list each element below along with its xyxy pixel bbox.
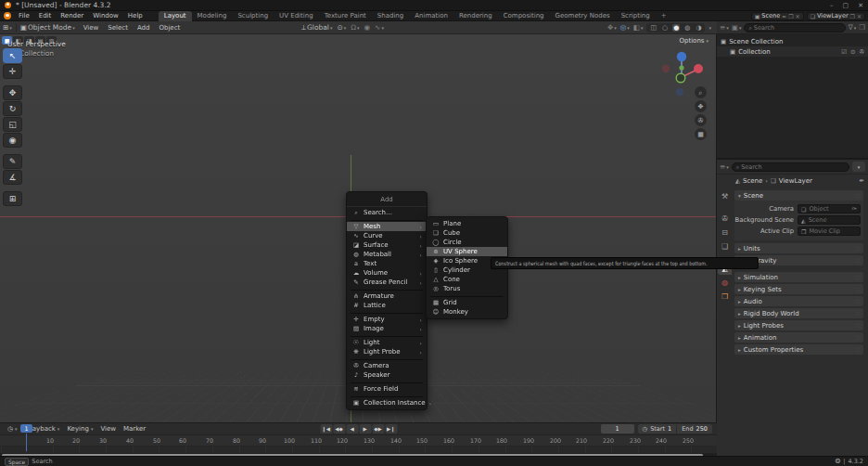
properties-search[interactable]: ⌕ (732, 162, 849, 172)
window-control-button[interactable]: – (830, 2, 834, 9)
workspace-tab[interactable]: UV Editing (274, 11, 319, 21)
add-menu-item[interactable]: › (351, 357, 423, 360)
add-menu-item[interactable]: ◍ Metaball › (347, 250, 427, 259)
falloff-dropdown[interactable]: ∿▾ (375, 23, 384, 32)
add-menu-item[interactable]: a Text › (347, 259, 427, 268)
shading-mode-button[interactable]: ◍ (683, 24, 691, 32)
breadcrumb-scene[interactable]: Scene (743, 177, 762, 185)
properties-search-input[interactable] (741, 163, 845, 171)
tool-button[interactable]: ∡ (3, 170, 22, 185)
outliner-search[interactable]: ⌕ (744, 23, 845, 32)
mesh-submenu-item[interactable]: ❑ Cube (427, 228, 507, 238)
transport-button[interactable]: ◀◆ (333, 424, 345, 434)
properties-tab[interactable]: ❒ (718, 291, 732, 303)
properties-tab[interactable]: ⚒ (718, 190, 732, 202)
transport-button[interactable]: ▶ (359, 424, 371, 434)
property-section-header[interactable]: Custom Properties ∷ (734, 344, 863, 355)
mode-dropdown[interactable]: ▣ Object Mode▾ (20, 23, 75, 32)
property-section-header[interactable]: Keying Sets ∷ (734, 284, 863, 294)
outliner-display-dropdown[interactable]: ▣▾ (732, 23, 742, 32)
add-menu-item[interactable]: ✎ Grease Pencil › (347, 278, 427, 287)
tool-button[interactable]: ◱ (3, 117, 22, 132)
workspace-tab[interactable]: Scripting (616, 11, 656, 21)
add-menu-item[interactable]: › (351, 288, 423, 291)
property-field[interactable]: ❐ Movie Clip (798, 227, 861, 236)
new-scene-icon[interactable]: ❐ (788, 13, 793, 19)
mesh-submenu-item[interactable]: △ Cone (427, 275, 507, 284)
property-field[interactable]: ❑ Object ✑ (798, 204, 861, 214)
window-control-button[interactable]: ▢ (843, 2, 849, 9)
mesh-submenu-item[interactable] (430, 294, 504, 297)
delete-viewlayer-icon[interactable]: ✕ (857, 13, 862, 19)
new-collection-button[interactable]: ❐ (859, 23, 865, 32)
property-section-header[interactable]: Animation ∷ (734, 332, 863, 343)
property-section-header[interactable]: Rigid Body World ∷ (734, 308, 863, 318)
mesh-submenu-item[interactable]: ☺ Monkey (427, 307, 507, 317)
add-menu-item[interactable]: ✇ Camera › (347, 361, 427, 370)
frame-start-field[interactable]: ◷ Start 1 (638, 424, 677, 434)
viewlayer-selector[interactable]: ❏ ViewLayer ❐ ✕ (807, 12, 865, 20)
transport-button[interactable]: ◀ (346, 424, 358, 434)
add-menu-item[interactable]: ☁ Volume › (347, 268, 427, 278)
timeline-editor-type-button[interactable]: ◷▾ (4, 424, 21, 434)
scene-selector[interactable]: ▣ Scene ✒ ❐ ✕ (751, 12, 804, 20)
shading-mode-button[interactable]: ● (672, 24, 680, 32)
pin-icon[interactable]: ✒ (782, 13, 786, 19)
delete-scene-icon[interactable]: ✕ (796, 13, 800, 19)
tool-button[interactable]: ↖ (3, 48, 22, 63)
eyedropper-icon[interactable]: ✑ (852, 205, 857, 213)
viewport-menu-item[interactable]: View (79, 23, 104, 32)
property-section-header[interactable]: Simulation ∷ (734, 272, 863, 282)
add-menu-item[interactable]: › (351, 311, 423, 314)
property-section-header[interactable]: Audio ∷ (734, 296, 863, 306)
app-menu-item[interactable]: Edit (34, 11, 57, 20)
add-menu-item[interactable]: ♪ Speaker › (347, 370, 427, 380)
tool-button[interactable]: ✛ (3, 64, 22, 79)
pan-hand-icon[interactable]: ✥ (695, 100, 707, 112)
tool-button[interactable]: ◉ (3, 133, 22, 148)
add-menu-item[interactable]: ✛ Empty › (347, 315, 427, 324)
app-menu-item[interactable]: Render (56, 11, 88, 20)
outliner-search-input[interactable] (754, 24, 841, 32)
app-menu-item[interactable]: Help (123, 11, 147, 20)
playhead-frame-badge[interactable]: 1 (20, 424, 32, 433)
add-menu-item[interactable]: › (351, 395, 423, 397)
workspace-tab[interactable]: Sculpting (232, 11, 274, 21)
add-menu-item[interactable]: # Lattice › (347, 301, 427, 310)
visibility-toggle-icon[interactable]: ☑ (841, 48, 847, 56)
new-viewlayer-icon[interactable]: ❐ (850, 13, 855, 19)
visibility-toggle-icon[interactable]: ⊙ (850, 48, 855, 56)
add-menu-item[interactable]: › (351, 334, 423, 337)
outliner-filter-dropdown[interactable]: ≡▾ (720, 23, 729, 32)
transport-button[interactable]: ◆▶ (372, 424, 384, 434)
shading-mode-button[interactable]: ◑ (695, 24, 702, 32)
tool-button[interactable]: ✎ (3, 154, 22, 169)
mesh-submenu-item[interactable]: ⊕ UV Sphere (427, 247, 507, 256)
timeline-menu-item[interactable]: View (96, 424, 120, 434)
camera-view-icon[interactable]: ✇ (695, 114, 707, 126)
property-field[interactable]: ◭ Scene (798, 215, 861, 225)
scene-panel-header[interactable]: ▾ Scene ∷ (734, 190, 863, 201)
outliner-funnel-dropdown[interactable]: ∇▾ (849, 23, 857, 32)
proportional-editing-toggle[interactable]: ◉ (364, 23, 371, 32)
transport-button[interactable]: ❙◀ (320, 424, 332, 434)
add-menu-item[interactable]: ▽ Mesh › (347, 222, 427, 231)
timeline-menu-item[interactable]: Marker (120, 424, 149, 434)
workspace-tab[interactable]: Geometry Nodes (550, 11, 616, 21)
shading-dropdown[interactable]: ▾ (708, 25, 711, 31)
mesh-submenu-item[interactable]: ◎ Torus (427, 284, 507, 293)
xray-toggle[interactable]: ◧▾ (633, 23, 644, 32)
show-gizmo-dropdown[interactable]: ✥▾ (607, 23, 617, 32)
mesh-submenu-item[interactable]: ▭ Plane (427, 219, 507, 228)
breadcrumb-viewlayer[interactable]: ViewLayer (779, 177, 812, 185)
zoom-icon[interactable]: ⌕ (695, 86, 707, 98)
workspace-tab[interactable]: Modeling (192, 11, 233, 21)
add-menu-item[interactable]: ≋ Force Field › (347, 384, 427, 394)
properties-tab[interactable]: ⊟ (718, 227, 732, 239)
add-menu-item[interactable]: ☉ Light › (347, 338, 427, 347)
transport-button[interactable]: ▶❙ (385, 424, 397, 434)
visibility-toggle-icon[interactable]: ✇ (860, 48, 864, 56)
viewport-menu-item[interactable]: Select (103, 23, 133, 32)
properties-tab[interactable]: ❏ (718, 240, 732, 252)
timeline-menu-item[interactable]: Keying (63, 424, 96, 434)
